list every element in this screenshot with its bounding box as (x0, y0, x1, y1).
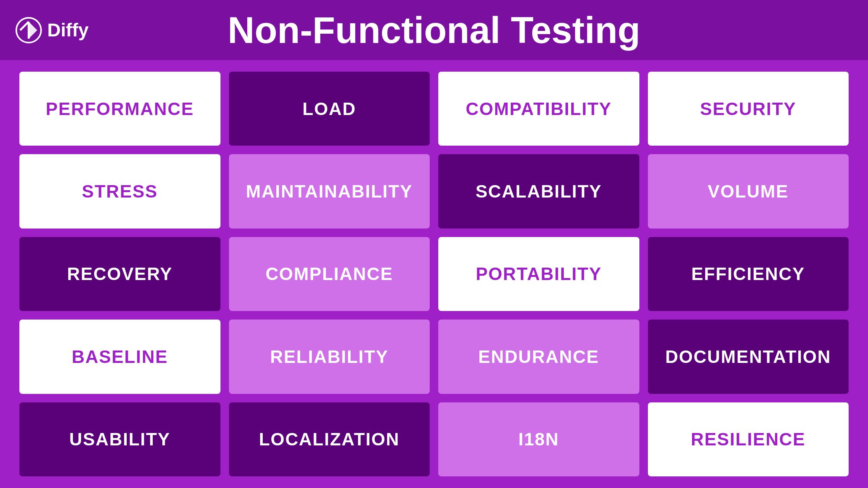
tile-efficiency: EFFICIENCY (648, 237, 849, 311)
header: Diffy Non-Functional Testing (0, 0, 868, 60)
tile-documentation: DOCUMENTATION (648, 320, 849, 393)
logo-text: Diffy (47, 19, 89, 41)
page-title: Non-Functional Testing (228, 9, 641, 52)
tile-portability: PORTABILITY (438, 237, 639, 311)
logo: Diffy (16, 17, 89, 43)
tile-resilience: RESILIENCE (648, 402, 849, 476)
tile-usability: USABILITY (19, 402, 220, 476)
tile-stress: STRESS (19, 154, 220, 228)
tile-recovery: RECOVERY (19, 237, 220, 311)
tile-scalability: SCALABILITY (438, 154, 639, 228)
tile-baseline: BASELINE (19, 320, 220, 393)
tile-maintainability: MAINTAINABILITY (229, 154, 430, 228)
tile-localization: LOCALIZATION (229, 402, 430, 476)
tile-endurance: ENDURANCE (438, 320, 639, 393)
tile-compatibility: COMPATIBILITY (438, 72, 639, 146)
tile-compliance: COMPLIANCE (229, 237, 430, 311)
tile-performance: PERFORMANCE (19, 72, 220, 146)
tile-security: SECURITY (648, 72, 849, 146)
tiles-grid: PERFORMANCELOADCOMPATIBILITYSECURITYSTRE… (0, 60, 868, 488)
tile-reliability: RELIABILITY (229, 320, 430, 393)
tile-load: LOAD (229, 72, 430, 146)
diffy-logo-icon (16, 17, 42, 43)
svg-marker-1 (29, 22, 37, 39)
tile-i18n: I18N (438, 402, 639, 476)
tile-volume: VOLUME (648, 154, 849, 228)
